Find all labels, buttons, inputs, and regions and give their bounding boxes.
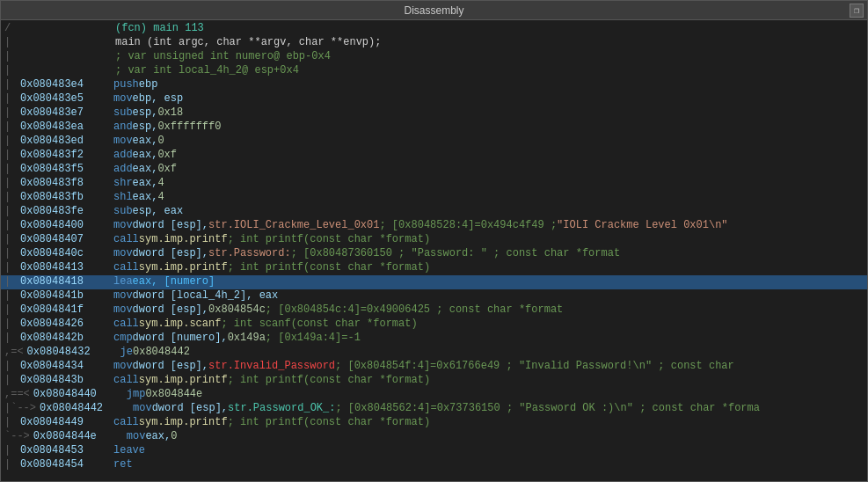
code-token: ret bbox=[113, 458, 133, 471]
code-token: sub bbox=[113, 205, 133, 217]
code-token: call bbox=[113, 416, 139, 428]
address: 0x080483ed bbox=[20, 135, 99, 147]
table-row[interactable]: ,=<0x08048432 je 0x8048442 bbox=[1, 346, 867, 360]
disassembly-window: Disassembly ❐ / (fcn) main 113| main (in… bbox=[0, 0, 868, 482]
table-row[interactable]: |0x0804843b call sym.imp.printf ; int pr… bbox=[1, 374, 867, 388]
restore-button[interactable]: ❐ bbox=[850, 4, 864, 18]
address: 0x080483f8 bbox=[20, 177, 99, 189]
address: 0x080483e7 bbox=[20, 106, 99, 119]
table-row[interactable]: |0x08048418 lea eax, [numero] bbox=[1, 275, 867, 289]
code-token: @ esp+0x4 bbox=[242, 64, 299, 77]
gutter-symbol: | bbox=[4, 261, 17, 274]
address: 0x0804842b bbox=[20, 332, 99, 344]
code-token: mov bbox=[113, 360, 133, 372]
table-row[interactable]: |0x08048449 call sym.imp.printf ; int pr… bbox=[1, 416, 867, 430]
table-row[interactable]: |0x08048413 call sym.imp.printf ; int pr… bbox=[1, 261, 867, 275]
table-row[interactable]: |0x08048434 mov dword [esp], str.Invalid… bbox=[1, 360, 867, 374]
code-token: sym.imp.scanf bbox=[139, 318, 222, 330]
table-row[interactable]: |0x080483f8 shr eax, 4 bbox=[1, 177, 867, 191]
code-token: shl bbox=[113, 191, 133, 203]
code-token: str.Invalid_Password bbox=[208, 360, 335, 372]
code-token: dword [esp], bbox=[133, 303, 208, 316]
gutter-symbol: | bbox=[4, 36, 17, 48]
address: 0x08048418 bbox=[20, 275, 99, 288]
address: 0x080483fb bbox=[20, 191, 99, 203]
gutter-symbol: | bbox=[4, 106, 17, 119]
code-token: push bbox=[113, 78, 139, 91]
address: 0x080483ea bbox=[20, 120, 99, 133]
table-row[interactable]: |0x080483e5 mov ebp, esp bbox=[1, 92, 867, 106]
code-token: ; int printf(const char *format) bbox=[228, 233, 430, 245]
code-token: 0x149a bbox=[228, 332, 266, 344]
table-row[interactable]: |0x08048454 ret bbox=[1, 458, 867, 472]
gutter-symbol: | bbox=[4, 360, 17, 372]
code-token: sym.imp.printf bbox=[139, 374, 228, 386]
table-row[interactable]: |0x080483fe sub esp, eax bbox=[1, 205, 867, 219]
address: 0x080483f2 bbox=[20, 149, 99, 161]
gutter-symbol: | bbox=[4, 374, 17, 386]
address: 0x0804840c bbox=[20, 247, 99, 259]
code-token: ; [0x80487360150 ; "Password: " ; const … bbox=[291, 247, 620, 259]
address: 0x08048454 bbox=[20, 458, 99, 471]
table-row[interactable]: | ; var unsigned int numero @ ebp-0x4 bbox=[1, 50, 867, 64]
table-row[interactable]: |0x0804842b cmp dword [numero], 0x149a ;… bbox=[1, 332, 867, 346]
code-token: add bbox=[113, 149, 133, 161]
gutter-symbol: | bbox=[4, 64, 17, 77]
code-token: 0x804844e bbox=[145, 388, 202, 400]
table-row[interactable]: |0x08048400 mov dword [esp], str.IOLI_Cr… bbox=[1, 219, 867, 233]
code-token: ; int printf(const char *format) bbox=[228, 416, 430, 428]
table-row[interactable]: |0x080483fb shl eax, 4 bbox=[1, 191, 867, 205]
table-row[interactable]: ,==<0x08048440 jmp 0x804844e bbox=[1, 388, 867, 402]
table-row[interactable]: |0x08048453 leave bbox=[1, 444, 867, 458]
code-token: eax, [numero] bbox=[133, 275, 215, 288]
code-token: call bbox=[113, 318, 139, 330]
table-row[interactable]: `-->0x0804844e mov eax, 0 bbox=[1, 430, 867, 444]
table-row[interactable]: |`-->0x08048442 mov dword [esp], str.Pas… bbox=[1, 402, 867, 416]
code-token: ; int printf(const char *format) bbox=[228, 374, 430, 386]
table-row[interactable]: |0x08048407 call sym.imp.printf ; int pr… bbox=[1, 233, 867, 247]
code-token: eax, bbox=[133, 149, 158, 161]
gutter-symbol: | bbox=[4, 50, 17, 62]
gutter-symbol: | bbox=[4, 120, 17, 133]
code-token: ; [0x804854c:4]=0x49006425 ; const char … bbox=[266, 303, 563, 316]
address: 0x08048440 bbox=[33, 388, 113, 400]
code-token: sub bbox=[113, 106, 133, 119]
table-row[interactable]: |0x080483f5 add eax, 0xf bbox=[1, 163, 867, 177]
table-row[interactable]: |0x0804840c mov dword [esp], str.Passwor… bbox=[1, 247, 867, 261]
table-row[interactable]: |0x080483ea and esp, 0xfffffff0 bbox=[1, 120, 867, 135]
code-token: str.Password: bbox=[208, 247, 291, 259]
code-token: dword [esp], bbox=[133, 247, 208, 259]
code-token: add bbox=[113, 163, 133, 175]
code-token: str.IOLI_Crackme_Level_0x01 bbox=[208, 219, 379, 231]
table-row[interactable]: |0x0804841f mov dword [esp], 0x804854c ;… bbox=[1, 303, 867, 318]
code-token: 0 bbox=[171, 430, 177, 442]
table-row[interactable]: |0x080483e4 push ebp bbox=[1, 78, 867, 92]
gutter-symbol: | bbox=[4, 275, 17, 288]
code-token: 4 bbox=[157, 191, 164, 203]
gutter-symbol: | bbox=[4, 149, 17, 161]
table-row[interactable]: |0x0804841b mov dword [local_4h_2], eax bbox=[1, 289, 867, 303]
code-token: ebp, esp bbox=[133, 92, 184, 105]
code-token: eax, bbox=[133, 135, 158, 147]
code-token: and bbox=[113, 120, 133, 133]
gutter-symbol: | bbox=[4, 233, 17, 245]
code-token: esp, bbox=[133, 106, 158, 119]
code-token: eax, bbox=[133, 163, 158, 175]
address: 0x080483f5 bbox=[20, 163, 99, 175]
table-row[interactable]: |0x080483ed mov eax, 0 bbox=[1, 135, 867, 149]
table-row[interactable]: |0x08048426 call sym.imp.scanf ; int sca… bbox=[1, 318, 867, 332]
gutter-symbol: ,==< bbox=[4, 388, 30, 400]
code-token: dword [numero], bbox=[133, 332, 228, 344]
disassembly-content[interactable]: / (fcn) main 113| main (int argc, char *… bbox=[1, 20, 867, 481]
table-row[interactable]: / (fcn) main 113 bbox=[1, 22, 867, 36]
code-token: cmp bbox=[113, 332, 133, 344]
table-row[interactable]: | main (int argc, char **argv, char **en… bbox=[1, 36, 867, 50]
table-row[interactable]: |0x080483f2 add eax, 0xf bbox=[1, 149, 867, 163]
gutter-symbol: | bbox=[4, 289, 17, 302]
code-token: mov bbox=[113, 135, 133, 147]
code-token: 0xf bbox=[157, 163, 177, 175]
table-row[interactable]: |0x080483e7 sub esp, 0x18 bbox=[1, 106, 867, 120]
table-row[interactable]: | ; var int local_4h_2 @ esp+0x4 bbox=[1, 64, 867, 78]
gutter-symbol: |`--> bbox=[4, 402, 36, 414]
code-token: lea bbox=[113, 275, 133, 288]
